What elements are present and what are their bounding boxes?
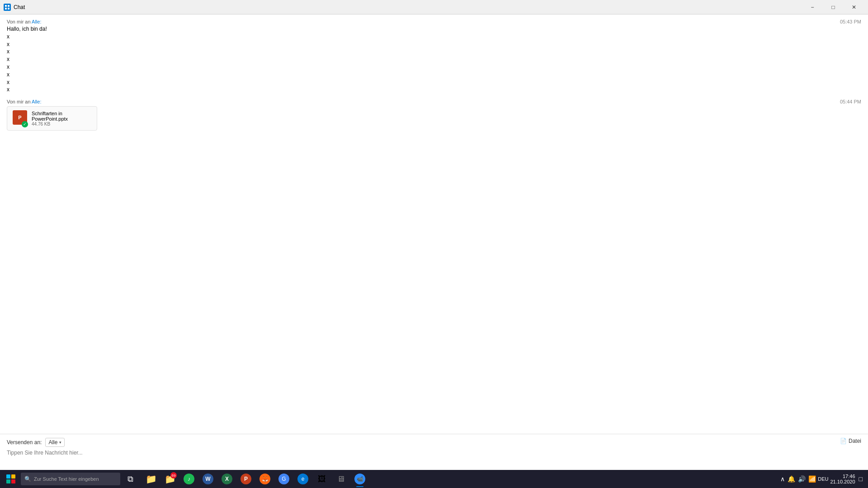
arrow-up-icon[interactable]: ∧ [780, 475, 785, 483]
taskbar-right: ∧ 🔔 🔊 📶 DEU 17:46 21.10.2020 □ [780, 474, 866, 484]
taskbar-item-firefox[interactable]: 🦊 [256, 470, 274, 488]
zoom-icon: 📹 [354, 474, 365, 484]
taskbar-item-word[interactable]: W [199, 470, 217, 488]
excel-icon: X [222, 474, 232, 484]
send-to-row: Versenden an: Alle ▾ 📄 Datei [7, 438, 861, 447]
taskbar-item-zoom[interactable]: 📹 [351, 470, 369, 488]
file-name: Schriftarten in PowerPoint.pptx [32, 111, 91, 122]
firefox-icon: 🦊 [259, 474, 270, 484]
send-to-label: Versenden an: [7, 439, 42, 446]
taskbar-item-chrome[interactable]: G [275, 470, 293, 488]
message-sender: Von mir an Alle: [7, 19, 41, 24]
windows-logo-icon [6, 474, 15, 483]
search-icon: 🔍 [24, 476, 31, 482]
taskbar-search-placeholder: Zur Suche Text hier eingeben [34, 476, 99, 482]
action-center-icon[interactable]: □ [859, 475, 863, 483]
taskbar-clock[interactable]: 17:46 21.10.2020 [830, 474, 855, 484]
message-time: 05:43 PM [840, 19, 861, 24]
file-attachment[interactable]: P ✓ Schriftarten in PowerPoint.pptx 44.7… [7, 106, 97, 131]
taskbar-item-explorer2[interactable]: 📁 69 [161, 470, 179, 488]
file-button-label: Datei [849, 438, 861, 444]
message-line: x [7, 33, 861, 41]
spotify-icon: ♪ [184, 474, 194, 484]
sys-icons: ∧ 🔔 🔊 📶 [780, 475, 816, 483]
taskbar-item-powerpoint[interactable]: P [237, 470, 255, 488]
close-button[interactable]: ✕ [844, 0, 864, 14]
file-icon: 📄 [840, 438, 847, 444]
edge-icon: e [297, 474, 308, 484]
file-size: 44.76 KB [32, 122, 91, 127]
message-line: Hallo, ich bin da! [7, 25, 861, 33]
svg-rect-3 [8, 8, 9, 9]
taskbar-time: 17:46 [843, 474, 855, 479]
taskbar-item-settings[interactable]: 🖥 [332, 470, 350, 488]
taskbar: 🔍 Zur Suche Text hier eingeben ⧉ 📁 📁 69 … [0, 470, 868, 488]
taskbar-task-view[interactable]: ⧉ [121, 470, 139, 488]
file-check-icon: ✓ [22, 121, 28, 127]
file-info: Schriftarten in PowerPoint.pptx 44.76 KB [32, 111, 91, 127]
taskbar-items: 📁 📁 69 ♪ W X P 🦊 [142, 470, 369, 488]
taskbar-date: 21.10.2020 [830, 479, 855, 484]
taskbar-item-photos[interactable]: 🖼 [313, 470, 331, 488]
chrome-icon: G [278, 474, 289, 484]
message-block-file: Von mir an Alle: 05:44 PM P ✓ Schriftart… [7, 99, 861, 131]
settings-icon: 🖥 [337, 474, 345, 484]
maximize-button[interactable]: □ [823, 0, 844, 14]
taskbar-item-spotify[interactable]: ♪ [180, 470, 198, 488]
network-icon[interactable]: 📶 [808, 475, 816, 483]
message-time-2: 05:44 PM [840, 99, 861, 104]
message-header: Von mir an Alle: 05:43 PM [7, 19, 861, 24]
photos-icon: 🖼 [318, 474, 326, 484]
message-line: x [7, 71, 861, 79]
sender-prefix-2: Von mir an [7, 99, 32, 104]
message-header-2: Von mir an Alle: 05:44 PM [7, 99, 861, 104]
file-explorer-icon: 📁 [146, 474, 157, 484]
message-sender-2: Von mir an Alle: [7, 99, 41, 104]
message-line: x [7, 79, 861, 86]
chat-area: Von mir an Alle: 05:43 PM Hallo, ich bin… [0, 14, 868, 434]
taskbar-item-explorer[interactable]: 📁 [142, 470, 160, 488]
app-icon [4, 4, 11, 11]
title-bar: Chat − □ ✕ [0, 0, 868, 14]
svg-rect-2 [5, 8, 7, 9]
window-title: Chat [14, 4, 25, 10]
message-line: x [7, 63, 861, 71]
taskbar-item-excel[interactable]: X [218, 470, 236, 488]
send-to-dropdown[interactable]: Alle ▾ [45, 438, 65, 447]
svg-rect-0 [5, 5, 7, 7]
window-controls: − □ ✕ [802, 0, 864, 14]
chevron-down-icon: ▾ [59, 440, 61, 445]
sender-prefix: Von mir an [7, 19, 32, 24]
notifications-icon[interactable]: 🔔 [788, 475, 795, 483]
taskbar-search[interactable]: 🔍 Zur Suche Text hier eingeben [21, 473, 120, 485]
input-area: Versenden an: Alle ▾ 📄 Datei [0, 434, 868, 470]
message-line: x [7, 48, 861, 56]
message-input[interactable] [7, 450, 861, 456]
taskbar-start-button[interactable] [2, 470, 20, 488]
file-icon-wrapper: P ✓ [13, 110, 27, 127]
message-line: x [7, 86, 861, 94]
send-to-value: Alle [48, 439, 57, 446]
title-bar-left: Chat [4, 4, 25, 11]
taskbar-badge: 69 [170, 472, 177, 479]
task-view-icon: ⧉ [127, 474, 133, 484]
powerpoint-taskbar-icon: P [241, 474, 251, 484]
message-text: Hallo, ich bin da! x x x x x x x x [7, 25, 861, 94]
message-line: x [7, 56, 861, 63]
sender-highlight-2: Alle: [32, 99, 41, 104]
language-indicator[interactable]: DEU [818, 476, 828, 482]
message-line: x [7, 41, 861, 48]
taskbar-item-edge[interactable]: e [294, 470, 312, 488]
volume-icon[interactable]: 🔊 [798, 475, 806, 483]
message-block: Von mir an Alle: 05:43 PM Hallo, ich bin… [7, 19, 861, 94]
sender-highlight: Alle: [32, 19, 41, 24]
file-button[interactable]: 📄 Datei [840, 438, 861, 444]
word-icon: W [203, 474, 213, 484]
svg-rect-1 [8, 5, 9, 7]
minimize-button[interactable]: − [802, 0, 823, 14]
